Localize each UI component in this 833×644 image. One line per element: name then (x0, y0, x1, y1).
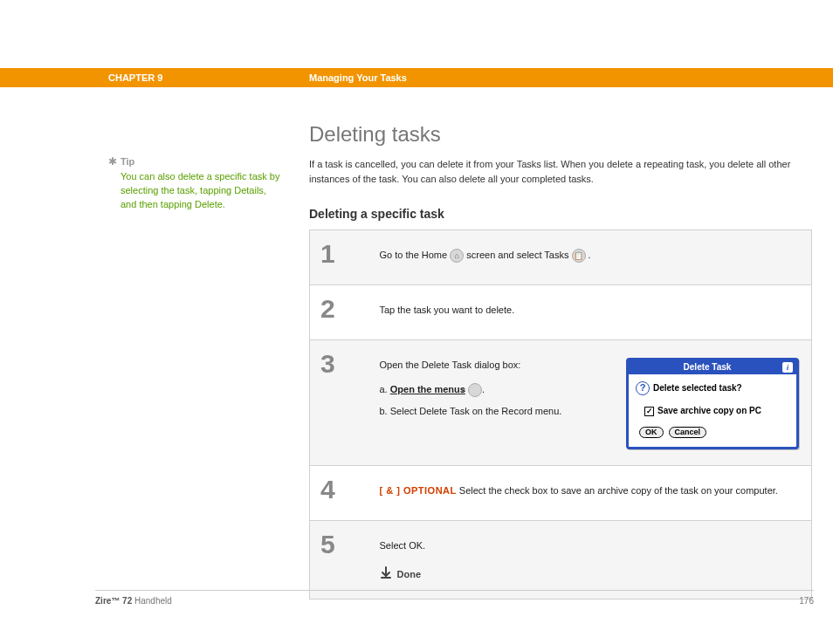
step3-instructions: Open the Delete Task dialog box: a. Open… (380, 358, 607, 427)
tip-text: You can also delete a specific task by s… (108, 170, 283, 212)
step-row-5: 5 Select OK. Done (310, 521, 812, 599)
dialog-title: Delete Task (632, 360, 782, 374)
chapter-title: Managing Your Tasks (309, 72, 407, 83)
product-rest: Handheld (132, 596, 172, 606)
step5-text: Select OK. (380, 538, 800, 554)
page-number: 176 (799, 596, 814, 606)
dialog-buttons: OK Cancel (636, 427, 789, 440)
step-row-3: 3 Delete Task i ? Delete selected task? (310, 340, 812, 466)
step-number: 4 (310, 466, 375, 521)
chapter-label: CHAPTER 9 (108, 72, 309, 83)
archive-checkbox[interactable]: ✓ (644, 407, 654, 416)
info-icon[interactable]: i (782, 362, 793, 373)
dialog-archive-row: ✓ Save archive copy on PC (636, 404, 789, 418)
dialog-question: Delete selected task? (653, 381, 742, 395)
substep-b: b. Select Delete Task on the Record menu… (380, 404, 607, 420)
step-number: 2 (310, 285, 375, 340)
cancel-button[interactable]: Cancel (669, 427, 707, 438)
product-bold: Zire™ 72 (95, 596, 132, 606)
step-number: 3 (310, 340, 375, 466)
step-body: Select OK. Done (375, 521, 812, 599)
page-footer: Zire™ 72 Handheld 176 (95, 590, 814, 606)
optional-tag: [ & ] OPTIONAL (380, 485, 457, 496)
step1-text-c: . (589, 250, 591, 260)
dialog-question-row: ? Delete selected task? (636, 381, 789, 395)
step1-text-a: Go to the Home (380, 250, 451, 260)
steps-table: 1 Go to the Home ⌂ screen and select Tas… (309, 230, 812, 599)
step-body: [ & ] OPTIONAL Select the check box to s… (375, 466, 812, 521)
delete-task-dialog: Delete Task i ? Delete selected task? ✓ … (626, 358, 799, 449)
step-number: 5 (310, 521, 375, 599)
step3-substeps: a. Open the menus ≡. b. Select Delete Ta… (380, 382, 607, 420)
archive-label: Save archive copy on PC (657, 404, 761, 418)
step-body: Delete Task i ? Delete selected task? ✓ … (375, 340, 812, 466)
done-arrow-icon (380, 566, 392, 584)
chapter-header: CHAPTER 9 Managing Your Tasks (0, 68, 833, 87)
done-label: Done (397, 567, 422, 583)
step3-lead: Open the Delete Task dialog box: (380, 358, 607, 373)
ok-button[interactable]: OK (639, 427, 664, 438)
tasks-icon: 📋 (572, 249, 586, 263)
step-row-4: 4 [ & ] OPTIONAL Select the check box to… (310, 466, 812, 521)
asterisk-icon: ✱ (108, 155, 117, 168)
dialog-titlebar: Delete Task i (629, 360, 796, 374)
open-menus-link[interactable]: Open the menus (390, 384, 465, 394)
intro-text: If a task is cancelled, you can delete i… (309, 157, 812, 186)
step-row-1: 1 Go to the Home ⌂ screen and select Tas… (310, 230, 812, 285)
substep-a-prefix: a. (380, 384, 390, 394)
product-name: Zire™ 72 Handheld (95, 596, 172, 606)
step-body: Tap the task you want to delete. (375, 285, 812, 340)
section-heading: Deleting a specific task (309, 207, 812, 221)
sidebar-tip: ✱Tip You can also delete a specific task… (108, 153, 283, 212)
menu-icon: ≡ (468, 383, 482, 397)
question-icon: ? (636, 381, 650, 395)
step1-text-b: screen and select Tasks (466, 250, 571, 260)
tip-header: ✱Tip (108, 153, 283, 168)
page-title: Deleting tasks (309, 122, 812, 147)
substep-a: a. Open the menus ≡. (380, 382, 607, 398)
main-content: Deleting tasks If a task is cancelled, y… (309, 122, 812, 599)
step4-text: Select the check box to save an archive … (457, 485, 778, 496)
step-number: 1 (310, 230, 375, 285)
dialog-body: ? Delete selected task? ✓ Save archive c… (629, 374, 796, 447)
done-row: Done (380, 566, 800, 584)
home-icon: ⌂ (450, 249, 464, 263)
step-body: Go to the Home ⌂ screen and select Tasks… (375, 230, 812, 285)
step-row-2: 2 Tap the task you want to delete. (310, 285, 812, 340)
tip-label: Tip (120, 156, 134, 167)
